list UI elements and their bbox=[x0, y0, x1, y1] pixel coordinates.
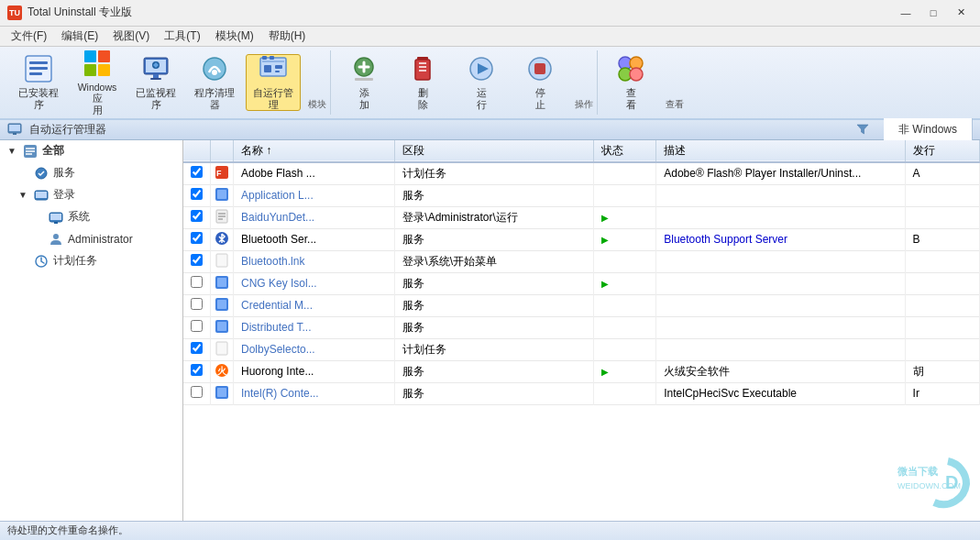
col-description[interactable]: 描述 bbox=[656, 140, 905, 162]
row-checkbox[interactable] bbox=[191, 210, 203, 222]
app-icon: TU bbox=[7, 6, 22, 20]
row-icon-cell: 火 bbox=[211, 360, 234, 382]
svg-rect-2 bbox=[29, 67, 48, 70]
row-icon-cell bbox=[211, 316, 234, 338]
all-icon bbox=[22, 143, 39, 160]
menu-view[interactable]: 视图(V) bbox=[105, 27, 157, 46]
row-checkbox-cell bbox=[183, 162, 211, 185]
col-name[interactable]: 名称 ↑ bbox=[234, 140, 395, 162]
toolbar-cleaner-button[interactable]: 程序清理器 bbox=[187, 54, 242, 111]
table-row[interactable]: Credential M...服务 bbox=[183, 294, 980, 316]
row-run-as: 胡 bbox=[905, 360, 979, 382]
row-checkbox[interactable] bbox=[191, 254, 203, 266]
sidebar-item-administrator[interactable]: Administrator bbox=[0, 228, 182, 250]
row-icon-cell bbox=[211, 206, 234, 228]
table-row[interactable]: Application L...服务 bbox=[183, 184, 980, 206]
svg-rect-42 bbox=[54, 222, 58, 224]
toolbar-installed-button[interactable]: 已安装程序 bbox=[11, 54, 66, 111]
row-checkbox[interactable] bbox=[191, 166, 203, 178]
toolbar-autorun-button[interactable]: 自运行管理 bbox=[246, 54, 301, 111]
table-row[interactable]: BaiduYunDet...登录\Administrator\运行▶ bbox=[183, 206, 980, 228]
row-status bbox=[594, 338, 656, 360]
minimize-button[interactable]: — bbox=[894, 4, 918, 22]
row-run-as bbox=[905, 250, 979, 272]
sidebar-item-all[interactable]: ▼ 全部 bbox=[0, 140, 182, 162]
row-stage: 计划任务 bbox=[395, 162, 594, 185]
row-checkbox[interactable] bbox=[191, 342, 203, 354]
autorun-icon bbox=[259, 54, 288, 83]
section-header-icon bbox=[7, 122, 22, 137]
toolbar-autorun-label: 自运行管理 bbox=[253, 87, 293, 110]
sidebar: ▼ 全部 服务 bbox=[0, 140, 183, 521]
services-icon bbox=[33, 165, 50, 182]
row-stage: 服务 bbox=[395, 228, 594, 250]
toolbar-delete-button[interactable]: 删除 bbox=[395, 54, 450, 111]
tab-bar: 非 Windows bbox=[884, 118, 973, 141]
toolbar-windows-button[interactable]: Windows 应用 bbox=[70, 54, 125, 111]
toolbar-view-button[interactable]: 查看 bbox=[603, 54, 658, 111]
row-checkbox[interactable] bbox=[191, 276, 203, 288]
sidebar-item-services[interactable]: 服务 bbox=[0, 162, 182, 184]
row-description bbox=[656, 206, 905, 228]
menu-module[interactable]: 模块(M) bbox=[208, 27, 261, 46]
svg-point-32 bbox=[630, 68, 643, 81]
col-stage[interactable]: 区段 bbox=[395, 140, 594, 162]
row-description bbox=[656, 294, 905, 316]
table-row[interactable]: Distributed T...服务 bbox=[183, 316, 980, 338]
row-checkbox[interactable] bbox=[191, 364, 203, 376]
login-icon bbox=[33, 187, 50, 204]
row-status: ▶ bbox=[594, 360, 656, 382]
windows-icon bbox=[83, 49, 112, 78]
menu-file[interactable]: 文件(F) bbox=[4, 27, 54, 46]
row-status: ▶ bbox=[594, 272, 656, 294]
svg-point-13 bbox=[204, 58, 226, 80]
table-row[interactable]: Bluetooth Ser...服务▶Bluetooth Support Ser… bbox=[183, 228, 980, 250]
toolbar-monitor-button[interactable]: 已监视程序 bbox=[128, 54, 183, 111]
toolbar-windows-label: Windows 应用 bbox=[72, 82, 122, 116]
col-status[interactable]: 状态 bbox=[594, 140, 656, 162]
table-row[interactable]: Bluetooth.lnk登录\系统\开始菜单 bbox=[183, 250, 980, 272]
svg-rect-7 bbox=[98, 64, 110, 76]
row-checkbox-cell bbox=[183, 228, 211, 250]
tab-non-windows[interactable]: 非 Windows bbox=[884, 118, 973, 141]
svg-rect-57 bbox=[217, 322, 226, 331]
toolbar-stop-button[interactable]: 停止 bbox=[512, 54, 567, 111]
row-checkbox[interactable] bbox=[191, 232, 203, 244]
toolbar-group-action: 添加 删除 运行 bbox=[333, 50, 598, 115]
table-row[interactable]: CNG Key Isol...服务▶ bbox=[183, 272, 980, 294]
menu-help[interactable]: 帮助(H) bbox=[261, 27, 314, 46]
close-button[interactable]: ✕ bbox=[949, 4, 973, 22]
table-row[interactable]: DolbySelecto...计划任务 bbox=[183, 338, 980, 360]
svg-rect-1 bbox=[29, 61, 48, 64]
col-run-as[interactable]: 发行 bbox=[905, 140, 979, 162]
svg-rect-28 bbox=[534, 63, 545, 74]
svg-rect-19 bbox=[275, 65, 282, 69]
table-body: FAdobe Flash ...计划任务Adobe® Flash® Player… bbox=[183, 162, 980, 405]
expand-arrow-login: ▼ bbox=[18, 190, 29, 200]
delete-icon bbox=[408, 54, 437, 83]
toolbar-add-button[interactable]: 添加 bbox=[336, 54, 391, 111]
row-checkbox[interactable] bbox=[191, 320, 203, 332]
row-description bbox=[656, 184, 905, 206]
col-icon bbox=[211, 140, 234, 162]
sidebar-item-login[interactable]: ▼ 登录 bbox=[0, 184, 182, 206]
row-checkbox[interactable] bbox=[191, 188, 203, 200]
row-checkbox[interactable] bbox=[191, 386, 203, 398]
scheduled-icon bbox=[33, 253, 50, 270]
svg-rect-39 bbox=[36, 192, 47, 198]
sidebar-item-system[interactable]: 系统 bbox=[0, 206, 182, 228]
toolbar-run-label: 运行 bbox=[477, 87, 487, 110]
table-row[interactable]: 火Huorong Inte...服务▶火绒安全软件胡 bbox=[183, 360, 980, 382]
sidebar-item-scheduled[interactable]: 计划任务 bbox=[0, 250, 182, 272]
maximize-button[interactable]: □ bbox=[921, 4, 945, 22]
table-row[interactable]: FAdobe Flash ...计划任务Adobe® Flash® Player… bbox=[183, 162, 980, 185]
menu-tools[interactable]: 工具(T) bbox=[157, 27, 207, 46]
view-group-label: 查看 bbox=[666, 98, 684, 115]
row-run-as: Ir bbox=[905, 382, 979, 404]
menu-edit[interactable]: 编辑(E) bbox=[54, 27, 105, 46]
toolbar-run-button[interactable]: 运行 bbox=[454, 54, 509, 111]
table-row[interactable]: Intel(R) Conte...服务IntelCpHeciSvc Execut… bbox=[183, 382, 980, 404]
svg-rect-51 bbox=[216, 254, 227, 267]
toolbar-delete-label: 删除 bbox=[418, 87, 428, 110]
row-checkbox[interactable] bbox=[191, 298, 203, 310]
